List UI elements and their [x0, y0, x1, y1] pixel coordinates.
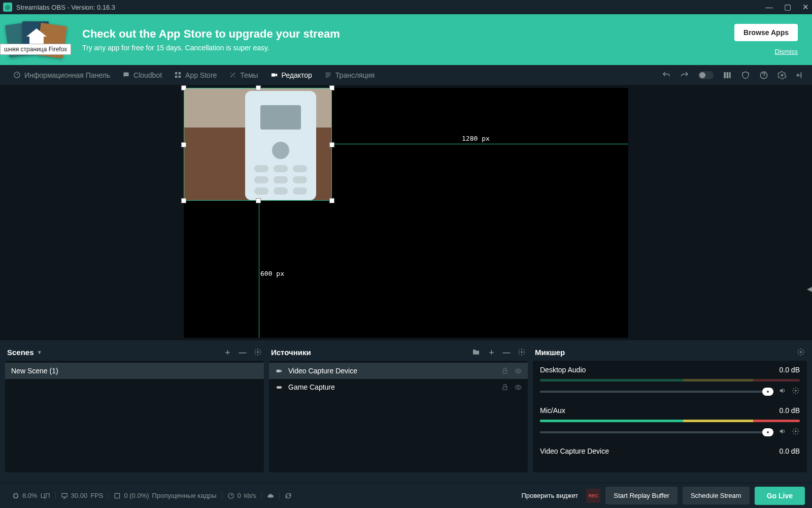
mixer-channel: Desktop Audio 0.0 dB: [540, 366, 800, 396]
cloud-stat[interactable]: [261, 492, 279, 499]
gear-icon[interactable]: [792, 427, 800, 437]
mode-toggle[interactable]: [698, 71, 714, 79]
add-scene-icon[interactable]: ＋: [223, 348, 231, 356]
nav-themes[interactable]: Темы: [223, 65, 264, 85]
help-icon[interactable]: [759, 71, 768, 80]
main-nav: Информационная Панель Cloudbot App Store…: [0, 65, 812, 85]
scene-row[interactable]: New Scene (1): [5, 363, 264, 379]
go-live-button[interactable]: Go Live: [755, 487, 805, 505]
shield-icon[interactable]: [741, 71, 750, 80]
start-replay-button[interactable]: Start Replay Buffer: [605, 487, 678, 504]
nav-live[interactable]: Трансляция: [318, 65, 381, 85]
svg-point-21: [795, 430, 796, 432]
resize-handle[interactable]: [329, 198, 334, 203]
layout-icon[interactable]: [723, 71, 732, 80]
test-widget-label[interactable]: Проверить виджет: [521, 492, 578, 499]
svg-rect-5: [271, 73, 275, 76]
svg-rect-4: [179, 76, 181, 78]
webcam-feed: [184, 88, 331, 200]
eye-icon[interactable]: [515, 383, 522, 392]
preview-canvas[interactable]: 1280 px 600 px: [184, 88, 628, 338]
refresh-stat[interactable]: [279, 492, 297, 499]
svg-point-10: [781, 74, 784, 76]
resize-handle[interactable]: [256, 198, 261, 203]
volume-slider[interactable]: [540, 391, 773, 393]
browse-apps-button[interactable]: Browse Apps: [734, 24, 798, 41]
collapse-chevron-icon[interactable]: ◀: [807, 285, 812, 293]
sources-panel: Источники ＋ — Video Capture Device Game …: [269, 343, 528, 472]
mixer-channel-db: 0.0 dB: [780, 406, 800, 415]
bottom-panels: Scenes ▾ ＋ — New Scene (1) Источники ＋ —: [0, 340, 812, 472]
scenes-list: New Scene (1): [5, 361, 264, 472]
window-title: Streamlabs OBS - Version: 0.16.3: [16, 4, 115, 11]
svg-rect-22: [14, 494, 18, 497]
status-bar: 8.0% ЦП 30.00 FPS 0 (0.0%) Пропущенные к…: [0, 483, 812, 508]
dismiss-link[interactable]: Dismiss: [775, 48, 798, 55]
mixer-channel-name: Mic/Aux: [540, 406, 565, 415]
svg-rect-7: [727, 72, 729, 78]
sources-list: Video Capture Device Game Capture: [269, 361, 528, 472]
mixer-title: Микшер: [535, 348, 565, 357]
svg-rect-1: [175, 72, 177, 74]
settings-icon[interactable]: [777, 71, 787, 80]
source-settings-icon[interactable]: [518, 348, 526, 356]
cloud-icon: [267, 492, 274, 499]
add-folder-icon[interactable]: [472, 348, 480, 356]
logout-icon[interactable]: [796, 71, 805, 80]
sources-title: Источники: [271, 348, 311, 357]
dimension-height-label: 600 px: [260, 270, 284, 277]
speaker-icon[interactable]: [779, 427, 787, 437]
resize-handle[interactable]: [329, 85, 334, 90]
redo-icon[interactable]: [680, 71, 689, 80]
svg-point-20: [795, 390, 796, 391]
eye-icon[interactable]: [515, 367, 522, 375]
source-row[interactable]: Video Capture Device: [269, 363, 528, 379]
promo-headline: Check out the App Store to upgrade your …: [82, 27, 340, 41]
minimize-button[interactable]: —: [765, 3, 773, 12]
lock-icon[interactable]: [501, 367, 509, 375]
selected-source-box[interactable]: [184, 88, 332, 201]
resize-handle[interactable]: [181, 142, 186, 147]
fps-stat: 30.00 FPS: [55, 492, 109, 499]
nav-editor[interactable]: Редактор: [264, 65, 318, 85]
schedule-stream-button[interactable]: Schedule Stream: [683, 487, 750, 504]
volume-slider[interactable]: [540, 431, 773, 433]
nav-cloudbot[interactable]: Cloudbot: [116, 65, 168, 85]
mixer-channel-name: Video Capture Device: [540, 447, 609, 455]
svg-point-19: [800, 351, 801, 353]
close-button[interactable]: ✕: [802, 3, 809, 12]
grid-icon: [174, 71, 182, 79]
mixer-settings-icon[interactable]: [797, 348, 805, 356]
mixer-channel: Video Capture Device 0.0 dB: [540, 447, 800, 455]
remove-source-icon[interactable]: —: [502, 348, 511, 356]
resize-handle[interactable]: [181, 198, 186, 203]
firefox-tooltip: шняя страница Firefox: [0, 44, 71, 55]
mixer-panel: Микшер Desktop Audio 0.0 dB M: [533, 343, 807, 472]
cpu-icon: [12, 492, 19, 499]
resize-handle[interactable]: [181, 85, 186, 90]
source-row[interactable]: Game Capture: [269, 379, 528, 395]
app-logo-icon: ◎: [3, 3, 12, 12]
add-source-icon[interactable]: ＋: [487, 348, 495, 356]
svg-rect-13: [277, 370, 280, 372]
remove-scene-icon[interactable]: —: [239, 348, 247, 356]
resize-handle[interactable]: [256, 85, 261, 90]
nav-dashboard[interactable]: Информационная Панель: [7, 65, 116, 85]
svg-rect-8: [729, 72, 731, 78]
record-button[interactable]: REC: [586, 489, 600, 503]
mixer-channel: Mic/Aux 0.0 dB: [540, 406, 800, 437]
nav-appstore[interactable]: App Store: [168, 65, 223, 85]
speaker-icon[interactable]: [779, 387, 787, 396]
monitor-icon: [61, 492, 68, 499]
resize-handle[interactable]: [329, 142, 334, 147]
chevron-down-icon[interactable]: ▾: [38, 349, 41, 356]
lock-icon[interactable]: [501, 383, 509, 392]
window-controls: — ▢ ✕: [765, 3, 809, 12]
maximize-button[interactable]: ▢: [784, 3, 791, 12]
scene-settings-icon[interactable]: [254, 348, 262, 356]
svg-rect-2: [179, 72, 181, 74]
undo-icon[interactable]: [662, 71, 671, 80]
gear-icon[interactable]: [792, 387, 800, 396]
svg-point-18: [517, 386, 519, 388]
svg-rect-23: [61, 493, 67, 497]
